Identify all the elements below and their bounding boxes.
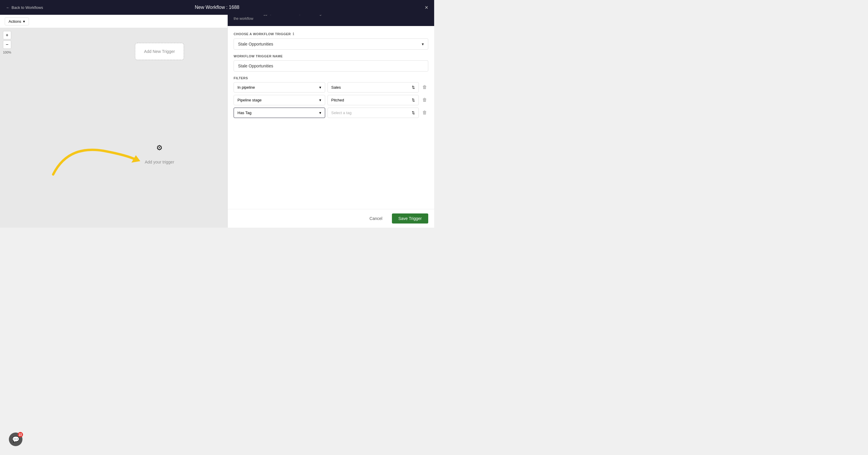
filter2-value-select[interactable]: Pitched ⇅ xyxy=(328,95,419,105)
save-trigger-button[interactable]: Save Trigger xyxy=(392,214,428,224)
filter2-type-select[interactable]: Pipeline stage ▾ xyxy=(234,95,325,105)
zoom-level: 100% xyxy=(3,51,11,54)
chevron-down-icon: ▾ xyxy=(319,85,321,90)
chevron-down-icon: ▾ xyxy=(319,98,321,102)
workflow-trigger-panel: Workflow Trigger Adds a workflow trigger… xyxy=(227,0,434,228)
chevron-down-icon: ▾ xyxy=(319,111,321,115)
trigger-name-label: WORKFLOW TRIGGER NAME xyxy=(234,54,428,58)
filter1-type-select[interactable]: In pipeline ▾ xyxy=(234,82,325,92)
cancel-button[interactable]: Cancel xyxy=(363,214,389,224)
workflow-icon: ⚙ xyxy=(151,139,168,157)
panel-body: CHOOSE A WORKFLOW TRIGGER ℹ Stale Opport… xyxy=(228,26,434,209)
svg-marker-0 xyxy=(131,155,140,163)
trigger-type-value: Stale Opportunities xyxy=(238,42,273,47)
top-nav: ← Back to Workflows New Workflow : 1688 … xyxy=(0,0,434,15)
filter2-value-text: Pitched xyxy=(331,98,344,102)
trigger-name-input[interactable] xyxy=(234,60,428,72)
filter3-delete-icon[interactable]: 🗑 xyxy=(421,109,428,116)
zoom-in-button[interactable]: + xyxy=(3,31,11,39)
filter-row-3: Has Tag ▾ Select a tag ⇅ 🗑 xyxy=(234,108,428,118)
filter3-value-text: Select a tag xyxy=(331,111,352,115)
add-trigger-label: Add New Trigger xyxy=(144,49,175,54)
choose-trigger-label: CHOOSE A WORKFLOW TRIGGER ℹ xyxy=(234,32,428,36)
minus-icon: − xyxy=(6,42,8,47)
canvas-content: ⚙ Add your trigger xyxy=(145,121,174,164)
filter2-type-value: Pipeline stage xyxy=(238,98,262,102)
filter1-value-text: Sales xyxy=(331,85,341,90)
arrow-annotation xyxy=(44,121,145,186)
sort-icon: ⇅ xyxy=(412,98,415,102)
back-button[interactable]: ← Back to Workflows xyxy=(6,5,43,10)
zoom-out-button[interactable]: − xyxy=(3,40,11,49)
filter1-delete-icon[interactable]: 🗑 xyxy=(421,83,428,91)
chevron-down-icon: ▾ xyxy=(422,42,424,47)
chevron-down-icon: ▾ xyxy=(23,19,25,24)
filter2-delete-icon[interactable]: 🗑 xyxy=(421,96,428,104)
add-trigger-box[interactable]: Add New Trigger xyxy=(135,43,184,60)
actions-label: Actions xyxy=(8,19,21,24)
panel-footer: Cancel Save Trigger xyxy=(228,209,434,228)
trigger-type-select[interactable]: Stale Opportunities ▾ xyxy=(234,38,428,50)
back-arrow-icon: ← xyxy=(6,5,10,10)
filter3-type-value: Has Tag xyxy=(238,111,251,115)
workflow-title: New Workflow : 1688 xyxy=(195,5,240,10)
filter-row-1: In pipeline ▾ Sales ⇅ 🗑 xyxy=(234,82,428,92)
filter3-type-select[interactable]: Has Tag ▾ xyxy=(234,108,325,118)
canvas-controls: + − 100% xyxy=(3,31,11,54)
sort-icon: ⇅ xyxy=(412,111,415,115)
filters-label: FILTERS xyxy=(234,76,428,80)
add-trigger-hint: Add your trigger xyxy=(145,160,174,164)
top-close-icon[interactable]: × xyxy=(425,4,428,11)
filter3-value-select[interactable]: Select a tag ⇅ xyxy=(328,108,419,118)
back-label: Back to Workflows xyxy=(11,5,43,10)
filter-row-2: Pipeline stage ▾ Pitched ⇅ 🗑 xyxy=(234,95,428,105)
filter1-value-select[interactable]: Sales ⇅ xyxy=(328,82,419,92)
filters-section: In pipeline ▾ Sales ⇅ 🗑 Pipeline stage ▾… xyxy=(234,82,428,118)
plus-icon: + xyxy=(6,32,8,38)
actions-dropdown[interactable]: Actions ▾ xyxy=(5,18,29,25)
info-icon: ℹ xyxy=(293,32,294,36)
sort-icon: ⇅ xyxy=(412,85,415,90)
filter1-type-value: In pipeline xyxy=(238,85,255,90)
